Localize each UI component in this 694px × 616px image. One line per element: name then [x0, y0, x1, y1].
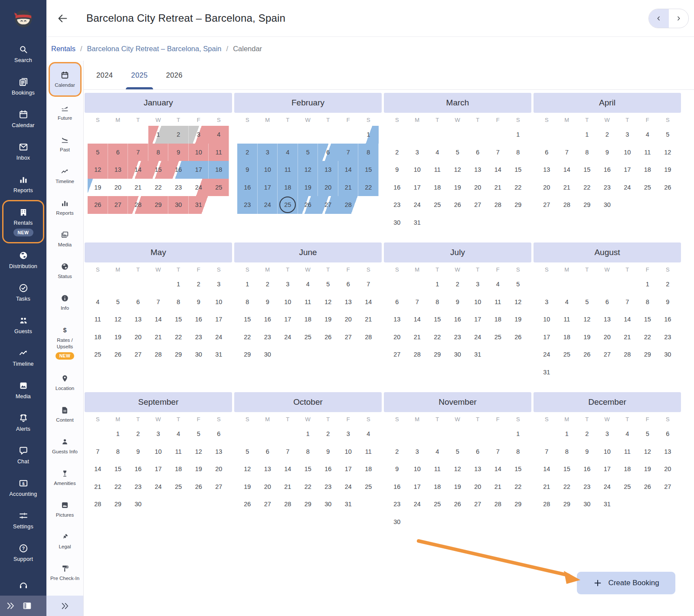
day-cell[interactable]: 22: [508, 179, 528, 197]
day-cell[interactable]: 4: [278, 144, 298, 161]
day-cell[interactable]: 11: [209, 144, 229, 161]
day-cell[interactable]: 24: [537, 346, 557, 364]
day-cell[interactable]: 20: [658, 460, 678, 478]
day-cell[interactable]: 7: [358, 275, 379, 293]
day-cell[interactable]: 4: [617, 425, 638, 443]
day-cell[interactable]: 10: [597, 443, 618, 461]
day-cell[interactable]: 17: [617, 161, 638, 179]
day-cell[interactable]: 19: [448, 478, 468, 496]
day-cell[interactable]: 8: [108, 443, 128, 461]
day-cell[interactable]: 3: [278, 275, 298, 293]
day-cell[interactable]: 24: [617, 179, 638, 197]
day-cell[interactable]: 8: [508, 443, 528, 461]
day-cell[interactable]: 9: [258, 293, 278, 311]
day-cell[interactable]: 6: [658, 425, 678, 443]
day-cell[interactable]: 26: [108, 346, 128, 364]
day-cell[interactable]: 29: [168, 346, 189, 364]
day-cell[interactable]: 23: [258, 328, 278, 346]
day-cell[interactable]: 28: [128, 196, 148, 214]
day-cell[interactable]: 2: [128, 425, 148, 443]
day-cell[interactable]: 23: [189, 328, 209, 346]
day-cell[interactable]: 22: [577, 179, 597, 197]
day-cell[interactable]: 19: [638, 460, 658, 478]
day-cell[interactable]: 28: [617, 346, 638, 364]
day-cell[interactable]: 28: [488, 495, 508, 513]
day-cell[interactable]: 21: [278, 478, 298, 496]
day-cell[interactable]: 6: [597, 293, 618, 311]
day-cell[interactable]: 11: [168, 443, 189, 461]
day-cell[interactable]: 10: [407, 161, 428, 179]
rental-nav-status[interactable]: Status: [46, 255, 83, 287]
day-cell[interactable]: 20: [597, 328, 618, 346]
rental-nav-past[interactable]: Past: [46, 128, 83, 160]
day-cell[interactable]: 6: [387, 293, 407, 311]
day-cell[interactable]: 24: [278, 328, 298, 346]
sidebar-item-search[interactable]: Search: [0, 37, 46, 70]
day-cell[interactable]: 20: [209, 460, 229, 478]
day-cell[interactable]: 8: [638, 293, 658, 311]
day-cell[interactable]: 1: [557, 425, 577, 443]
day-cell[interactable]: 7: [407, 293, 428, 311]
day-cell[interactable]: 29: [638, 346, 658, 364]
day-cell[interactable]: 31: [209, 346, 229, 364]
day-cell[interactable]: 19: [508, 311, 528, 328]
day-cell[interactable]: 15: [298, 460, 318, 478]
day-cell[interactable]: 23: [387, 495, 407, 513]
day-cell[interactable]: 8: [148, 144, 169, 161]
year-tab-2025[interactable]: 2025: [122, 61, 157, 89]
day-cell[interactable]: 8: [298, 443, 318, 461]
day-cell[interactable]: 25: [168, 478, 189, 496]
day-cell[interactable]: 13: [387, 311, 407, 328]
rental-nav-calendar[interactable]: Calendar: [49, 62, 82, 97]
day-cell[interactable]: 6: [468, 443, 488, 461]
day-cell[interactable]: 26: [448, 495, 468, 513]
day-cell[interactable]: 14: [148, 311, 169, 328]
day-cell[interactable]: 22: [427, 328, 448, 346]
day-cell[interactable]: 26: [88, 196, 108, 214]
day-cell[interactable]: 3: [597, 425, 618, 443]
day-cell[interactable]: 5: [189, 425, 209, 443]
expand-sidebar-button[interactable]: [6, 601, 16, 611]
day-cell[interactable]: 28: [88, 495, 108, 513]
day-cell[interactable]: 14: [557, 161, 577, 179]
day-cell[interactable]: 16: [258, 311, 278, 328]
day-cell[interactable]: 19: [448, 179, 468, 197]
day-cell[interactable]: 19: [577, 328, 597, 346]
day-cell[interactable]: 7: [128, 144, 148, 161]
day-cell[interactable]: 27: [537, 196, 557, 214]
day-cell[interactable]: 27: [387, 346, 407, 364]
day-cell[interactable]: 24: [407, 495, 428, 513]
day-cell[interactable]: 15: [638, 311, 658, 328]
day-cell[interactable]: 20: [258, 478, 278, 496]
day-cell[interactable]: 17: [338, 460, 359, 478]
day-cell[interactable]: 21: [358, 311, 379, 328]
day-cell[interactable]: 27: [209, 478, 229, 496]
day-cell[interactable]: 10: [189, 144, 209, 161]
day-cell[interactable]: 5: [658, 126, 678, 144]
day-cell[interactable]: 25: [617, 478, 638, 496]
day-cell[interactable]: 23: [597, 179, 618, 197]
day-cell[interactable]: 16: [387, 478, 407, 496]
day-cell[interactable]: 20: [128, 328, 148, 346]
day-cell[interactable]: 21: [617, 328, 638, 346]
day-cell[interactable]: 25: [88, 346, 108, 364]
day-cell[interactable]: 17: [537, 328, 557, 346]
day-cell[interactable]: 27: [338, 328, 359, 346]
day-cell[interactable]: 8: [508, 144, 528, 161]
day-cell[interactable]: 31: [468, 346, 488, 364]
day-cell[interactable]: 19: [658, 161, 678, 179]
day-cell[interactable]: 10: [617, 144, 638, 161]
day-cell[interactable]: 21: [488, 478, 508, 496]
sidebar-item-rentals[interactable]: RentalsNEW: [2, 200, 44, 243]
day-cell[interactable]: 8: [577, 144, 597, 161]
sidebar-item-chat[interactable]: Chat: [0, 439, 46, 471]
day-cell[interactable]: 18: [427, 478, 448, 496]
day-cell[interactable]: 20: [318, 179, 338, 197]
day-cell[interactable]: 1: [237, 275, 258, 293]
day-cell[interactable]: 30: [189, 346, 209, 364]
sidebar-item-inbox[interactable]: Inbox: [0, 135, 46, 167]
day-cell[interactable]: 6: [209, 425, 229, 443]
day-cell[interactable]: 30: [387, 513, 407, 531]
day-cell[interactable]: 12: [318, 293, 338, 311]
day-cell[interactable]: 28: [338, 196, 359, 214]
